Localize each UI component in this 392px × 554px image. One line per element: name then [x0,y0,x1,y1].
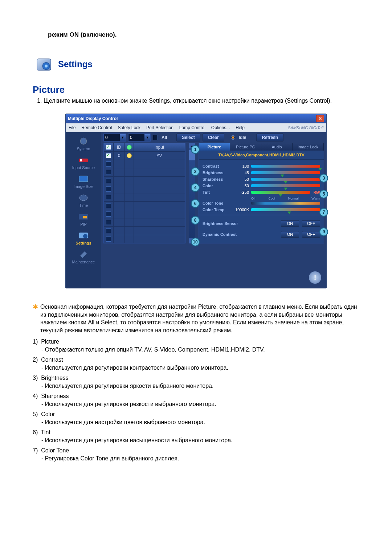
row-checkbox[interactable] [106,153,111,158]
intro-list: Щелкните мышью на основном значке Settin… [40,98,359,104]
menu-remote[interactable]: Remote Control [81,125,112,130]
tab-picture-pc[interactable]: Picture PC [230,143,261,151]
off-button[interactable]: OFF [302,231,320,238]
slider-value: G50 [233,190,249,194]
row-checkbox[interactable] [106,178,111,183]
select-to[interactable]: 0▼ [128,134,151,141]
slider-label: Brightness [203,171,231,175]
slider-value: 50 [233,184,249,188]
clear-button[interactable]: Clear [203,134,224,141]
slider-label: Contrast [203,164,231,168]
tab-audio[interactable]: Audio [261,143,293,151]
table-row[interactable]: 0 AV [104,151,185,160]
status-dot-icon [127,145,132,150]
sidebar-item-input[interactable]: Input Source [66,153,101,172]
page-heading: Picture [33,84,359,95]
menu-help[interactable]: Help [236,125,245,130]
slider-contrast[interactable]: Contrast100 [199,163,324,169]
callout-9: 9 [319,227,328,236]
idle-radio[interactable] [231,135,235,140]
svg-point-11 [83,234,87,238]
slider-label: Color [203,184,231,188]
svg-rect-6 [79,176,88,182]
row-label: Brightness Sensor [203,221,246,226]
slider-colortone[interactable]: Color ToneOffCoolNormalWarm [199,195,324,206]
row-id: 0 [114,152,125,160]
sidebar-item-system[interactable]: System [66,134,101,153]
header-checkbox[interactable] [106,145,111,150]
row-checkbox[interactable] [106,203,111,208]
slider-label: Tint [203,190,231,194]
star-icon: ✱ [33,303,38,334]
select-value: 0 [104,135,120,140]
definitions: 1) Picture - Отображается только для опц… [33,338,359,462]
slider-color[interactable]: Color50 [199,182,324,189]
sidebar-item-pip[interactable]: PIP [66,210,101,229]
slider-value: 45 [233,171,249,175]
svg-point-7 [79,195,87,201]
slider-tint[interactable]: TintG50R50 [199,189,324,195]
star-note: ✱ Основная информация, которая требуется… [33,303,359,334]
note-text: Основная информация, которая требуется д… [40,303,359,334]
scrollbar[interactable]: ▲▼ [189,143,195,243]
slider-label: Color Tone [203,201,231,205]
row-label: Dynamic Contrast [203,232,246,237]
callout-5: 5 [319,190,328,198]
row-checkbox[interactable] [106,186,111,192]
sidebar: System Input Source Image Size Time PIP … [66,132,101,288]
row-checkbox[interactable] [106,237,111,242]
svg-rect-9 [83,216,87,218]
sidebar-item-label: PIP [80,222,87,226]
sidebar-item-maintenance[interactable]: Maintenance [66,247,101,266]
select-from[interactable]: 0▼ [103,134,126,141]
svg-rect-5 [80,159,82,161]
sidebar-item-label: Settings [75,241,91,245]
menu-options[interactable]: Options... [211,125,230,130]
row-checkbox[interactable] [106,220,111,225]
menu-port[interactable]: Port Selection [146,125,173,130]
row-checkbox[interactable] [106,161,111,167]
section-header: Settings [35,55,359,73]
slider-sharpness[interactable]: Sharpness50 [199,176,324,182]
close-button[interactable]: ✕ [316,115,324,122]
tab-picture[interactable]: Picture [199,143,230,151]
menu-safety[interactable]: Safety Lock [118,125,140,130]
status-dot-icon [127,153,132,158]
slider-brightness[interactable]: Brightness45 [199,169,324,176]
slider-value: 10000K [233,208,249,212]
slider-label: Sharpness [203,177,231,181]
sidebar-item-label: Input Source [72,165,95,170]
on-button[interactable]: ON [281,231,299,238]
menu-lamp[interactable]: Lamp Control [179,125,205,130]
row-checkbox[interactable] [106,228,111,233]
idle-label: Idle [239,135,246,140]
off-button[interactable]: OFF [302,220,320,227]
row-checkbox[interactable] [106,212,111,217]
slider-colortemp[interactable]: Color Temp10000K [199,206,324,213]
chevron-down-icon[interactable]: ▼ [120,134,126,141]
callout-2: 2 [191,167,200,176]
refresh-button[interactable]: Refresh [256,134,283,141]
row-checkbox[interactable] [106,170,111,175]
intro-item: Щелкните мышью на основном значке Settin… [44,98,359,104]
menubar: File Remote Control Safety Lock Port Sel… [66,123,326,132]
callout-8: 8 [191,216,200,225]
on-button[interactable]: ON [281,220,299,227]
sidebar-item-settings[interactable]: Settings [66,229,101,247]
chevron-down-icon[interactable]: ▼ [144,134,150,141]
svg-point-2 [45,65,48,67]
settings-icon [35,55,53,73]
callout-6: 6 [191,199,200,208]
top-note: режим ON (включено). [48,31,359,38]
app-title: Multiple Display Control [68,116,118,121]
sidebar-item-imagesize[interactable]: Image Size [66,172,101,191]
sidebar-item-time[interactable]: Time [66,191,101,210]
svg-point-3 [80,138,87,144]
row-input: AV [134,152,185,160]
select-button[interactable]: Select [176,134,200,141]
tab-image-lock[interactable]: Image Lock [293,143,324,151]
row-checkbox[interactable] [106,195,111,200]
menu-file[interactable]: File [69,125,75,130]
sidebar-item-label: System [77,147,90,151]
all-checkbox[interactable] [153,135,158,140]
